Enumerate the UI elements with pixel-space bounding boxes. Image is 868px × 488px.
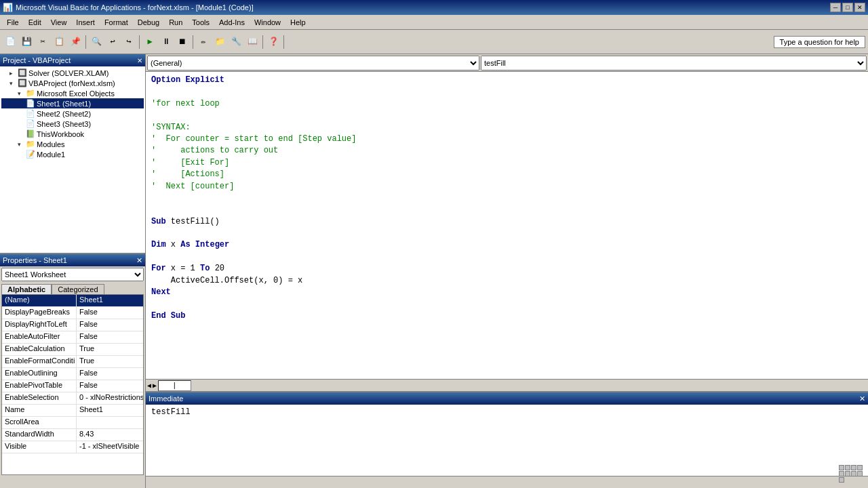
tree-item-sheet3[interactable]: 📄 Sheet3 (Sheet3) (1, 119, 144, 129)
code-line-20 (151, 298, 863, 310)
toolbar-separator-1 (85, 35, 86, 49)
tree-item-thisworkbook[interactable]: 📗 ThisWorkbook (1, 129, 144, 139)
prop-row-enableoutlining[interactable]: EnableOutlining False (2, 368, 143, 380)
menu-insert[interactable]: Insert (72, 17, 99, 28)
prop-row-displayrighttoleft[interactable]: DisplayRightToLeft False (2, 319, 143, 331)
title-bar: 📊 Microsoft Visual Basic for Application… (0, 0, 868, 15)
toolbar-help[interactable]: ❓ (266, 35, 281, 49)
right-panel: (General) testFill Option Explicit 'for … (146, 54, 868, 488)
menu-file[interactable]: File (3, 17, 23, 28)
thisworkbook-icon: 📗 (26, 129, 35, 138)
prop-row-enableformatconditi[interactable]: EnableFormatConditi True (2, 356, 143, 368)
prop-value-enableformatconditi: True (77, 356, 143, 367)
prop-row-name[interactable]: (Name) Sheet1 (2, 295, 143, 307)
immediate-h-scroll-track[interactable] (146, 479, 868, 487)
prop-row-displaypagebreaks[interactable]: DisplayPageBreaks False (2, 307, 143, 319)
prop-row-scrollarea[interactable]: ScrollArea (2, 417, 143, 429)
toolbar-cut[interactable]: ✂ (35, 35, 50, 49)
tree-item-module1[interactable]: 📝 Module1 (1, 149, 144, 159)
prop-row-enableautofilter[interactable]: EnableAutoFilter False (2, 331, 143, 344)
h-scroll-track[interactable] (193, 382, 868, 390)
toolbar-redo[interactable]: ↪ (121, 35, 136, 49)
prop-row-visible[interactable]: Visible -1 - xlSheetVisible (2, 441, 143, 453)
toolbar-separator-2 (139, 35, 140, 49)
code-line-8: ' [Exit For] (151, 157, 863, 169)
folder-icon-modules: 📁 (26, 140, 35, 148)
prop-row-propname[interactable]: Name Sheet1 (2, 405, 143, 417)
toolbar-reset[interactable]: ⏹ (175, 35, 190, 49)
close-button[interactable]: ✕ (854, 3, 865, 12)
tree-item-modules[interactable]: ▾ 📁 Modules (1, 139, 144, 149)
code-line-15: Dim x As Integer (151, 239, 863, 251)
toolbar-object-browser[interactable]: 📖 (245, 35, 260, 49)
scroll-left-btn[interactable]: ◀ (147, 382, 151, 390)
tab-categorized[interactable]: Categorized (52, 284, 104, 294)
tree-item-excel-objects[interactable]: ▾ 📁 Microsoft Excel Objects (1, 88, 144, 98)
prop-value-enableselection: 0 - xlNoRestrictions (77, 392, 143, 404)
toolbar-project[interactable]: 📁 (212, 35, 227, 49)
toolbar-design-mode[interactable]: ✏ (196, 35, 211, 49)
immediate-content[interactable]: testFill (146, 405, 868, 476)
prop-name-standardwidth: StandardWidth (2, 429, 77, 441)
toolbar-help-input[interactable]: Type a question for help (774, 36, 865, 48)
prop-row-enableselection[interactable]: EnableSelection 0 - xlNoRestrictions (2, 392, 143, 405)
menu-format[interactable]: Format (100, 17, 132, 28)
module1-label: Module1 (37, 150, 65, 159)
immediate-panel-title: Immediate (149, 394, 183, 403)
prop-value-enablepivottable: False (77, 380, 143, 392)
prop-row-enablecalculation[interactable]: EnableCalculation True (2, 344, 143, 356)
code-line-1: Option Explicit (151, 75, 863, 86)
toolbar-find[interactable]: 🔍 (89, 35, 104, 49)
prop-name-enablecalculation: EnableCalculation (2, 344, 77, 355)
menu-addins[interactable]: Add-Ins (215, 17, 249, 28)
menu-view[interactable]: View (47, 17, 71, 28)
immediate-close-icon[interactable]: ✕ (859, 394, 865, 403)
toolbar-undo[interactable]: ↩ (105, 35, 120, 49)
toolbar-properties[interactable]: 🔧 (229, 35, 243, 49)
menu-run[interactable]: Run (165, 17, 186, 28)
toolbar-copy[interactable]: 📋 (52, 35, 66, 49)
tree-item-sheet2[interactable]: 📄 Sheet2 (Sheet2) (1, 108, 144, 119)
scroll-right-btn[interactable]: ▶ (153, 382, 157, 390)
prop-value-displaypagebreaks: False (77, 307, 143, 319)
code-editor-wrapper: Option Explicit 'for next loop 'SYNTAX: … (146, 72, 868, 379)
tab-alphabetic[interactable]: Alphabetic (1, 284, 52, 294)
toolbar-paste[interactable]: 📌 (68, 35, 83, 49)
code-line-6: ' For counter = start to end [Step value… (151, 134, 863, 145)
minimize-button[interactable]: ─ (830, 3, 841, 12)
properties-content: Sheet1 Worksheet Alphabetic Categorized … (0, 266, 145, 488)
toolbar-break[interactable]: ⏸ (159, 35, 174, 49)
project-tree[interactable]: ▸ 🔲 Solver (SOLVER.XLAM) ▾ 🔲 VBAProject … (0, 66, 145, 253)
prop-row-standardwidth[interactable]: StandardWidth 8.43 (2, 429, 143, 441)
tree-item-sheet1[interactable]: 📄 Sheet1 (Sheet1) (1, 98, 144, 108)
immediate-panel-header: Immediate ✕ (146, 392, 868, 405)
restore-button[interactable]: □ (842, 3, 853, 12)
prop-row-enablepivottable[interactable]: EnablePivotTable False (2, 380, 143, 392)
code-editor[interactable]: Option Explicit 'for next loop 'SYNTAX: … (146, 72, 868, 379)
menu-window[interactable]: Window (250, 17, 285, 28)
properties-close-icon[interactable]: ✕ (136, 256, 142, 265)
prop-value-enableautofilter: False (77, 331, 143, 343)
menu-edit[interactable]: Edit (24, 17, 45, 28)
project-panel-close[interactable]: ✕ (137, 57, 142, 64)
toolbar-save[interactable]: 💾 (19, 35, 34, 49)
title-text: Microsoft Visual Basic for Applications … (16, 3, 254, 12)
code-line-2 (151, 86, 863, 98)
code-line-19: Next (151, 287, 863, 298)
menu-help[interactable]: Help (286, 17, 310, 28)
code-line-3: 'for next loop (151, 98, 863, 110)
tree-item-vbaproject[interactable]: ▾ 🔲 VBAProject (forNext.xlsm) (1, 78, 144, 88)
dropdowns-bar: (General) testFill (146, 54, 868, 72)
tree-item-solver[interactable]: ▸ 🔲 Solver (SOLVER.XLAM) (1, 68, 144, 78)
dropdown-procedure[interactable]: testFill (481, 56, 867, 70)
dropdown-general[interactable]: (General) (147, 56, 479, 70)
toolbar-run[interactable]: ▶ (142, 35, 157, 49)
help-input-text: Type a question for help (780, 38, 859, 46)
thisworkbook-label: ThisWorkbook (37, 130, 84, 138)
toolbar-separator-3 (193, 35, 193, 49)
sheet2-label: Sheet2 (Sheet2) (37, 110, 91, 118)
properties-object-dropdown[interactable]: Sheet1 Worksheet (1, 268, 144, 281)
menu-tools[interactable]: Tools (188, 17, 214, 28)
toolbar-insert-module[interactable]: 📄 (3, 35, 18, 49)
menu-debug[interactable]: Debug (134, 17, 163, 28)
